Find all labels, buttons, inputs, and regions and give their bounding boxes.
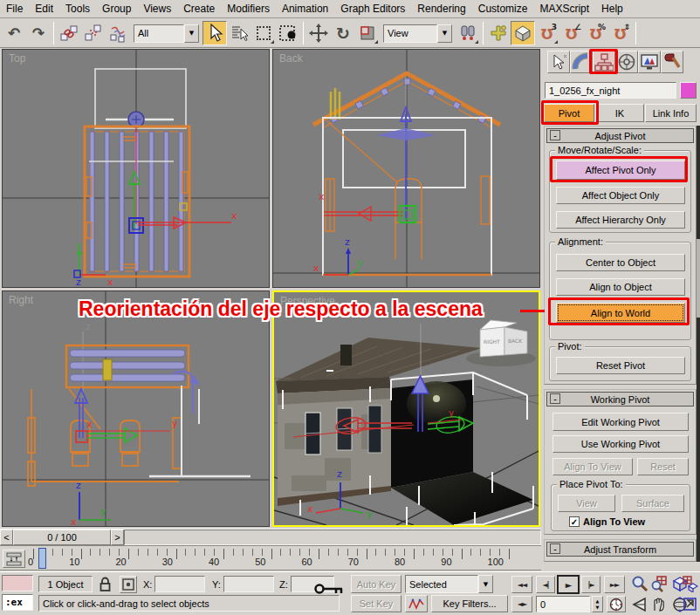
time-slider-thumb[interactable]: 0 / 100 bbox=[13, 530, 111, 545]
go-to-start-button[interactable]: ◄◄ bbox=[511, 576, 532, 593]
current-frame-field[interactable]: 0 bbox=[536, 596, 590, 612]
key-filters-button[interactable]: Key Filters... bbox=[431, 595, 508, 612]
link-info-tab[interactable]: Link Info bbox=[645, 104, 697, 122]
previous-frame-button[interactable]: ◄| bbox=[536, 576, 555, 593]
play-button[interactable]: ► bbox=[557, 575, 580, 594]
snap-toggle-3d-button[interactable]: Ω 3 bbox=[535, 21, 559, 45]
reset-pivot-button[interactable]: Reset Pivot bbox=[556, 357, 685, 374]
menu-item[interactable]: Group bbox=[96, 1, 137, 17]
object-color-swatch[interactable] bbox=[680, 82, 697, 99]
dropdown-arrow-icon[interactable]: ▼ bbox=[437, 24, 452, 43]
menu-item[interactable]: Views bbox=[137, 1, 177, 17]
zoom-extents-all-button[interactable] bbox=[681, 574, 700, 592]
menu-item[interactable]: MAXScript bbox=[533, 1, 595, 17]
y-coordinate-field[interactable] bbox=[223, 576, 274, 592]
align-to-world-button[interactable]: Align to World bbox=[556, 303, 685, 323]
affect-hierarchy-only-button[interactable]: Affect Hierarchy Only bbox=[556, 211, 685, 229]
adjust-pivot-rollout-header[interactable]: - Adjust Pivot bbox=[546, 128, 694, 143]
select-and-scale-button[interactable] bbox=[355, 21, 380, 45]
panel-scrollbar-thumb[interactable] bbox=[697, 239, 700, 318]
auto-key-button[interactable]: Auto Key bbox=[351, 575, 401, 593]
menu-item[interactable]: Create bbox=[177, 1, 221, 17]
use-working-pivot-button[interactable]: Use Working Pivot bbox=[552, 435, 689, 453]
time-slider-next-button[interactable]: > bbox=[111, 530, 124, 545]
working-pivot-rollout-header[interactable]: - Working Pivot bbox=[546, 392, 694, 407]
rectangular-selection-region-button[interactable] bbox=[251, 21, 276, 45]
default-in-out-tangents-button[interactable] bbox=[405, 595, 428, 612]
viewport-top[interactable]: Top bbox=[2, 49, 270, 288]
key-mode-toggle-button[interactable]: ◄► bbox=[511, 596, 532, 612]
menu-item[interactable]: Graph Editors bbox=[334, 1, 411, 17]
time-slider-track[interactable] bbox=[124, 530, 541, 545]
absolute-offset-mode-toggle[interactable] bbox=[120, 576, 137, 593]
tab-display[interactable] bbox=[638, 51, 661, 73]
select-object-button[interactable] bbox=[202, 21, 227, 45]
spinner-down-icon[interactable]: ▼ bbox=[596, 605, 600, 611]
select-and-rotate-button[interactable]: ↻ bbox=[331, 21, 355, 45]
selection-lock-toggle[interactable] bbox=[99, 577, 112, 591]
edit-working-pivot-button[interactable]: Edit Working Pivot bbox=[552, 413, 689, 431]
key-filter-selection-dropdown[interactable]: Selected ▼ bbox=[405, 575, 493, 593]
menu-item[interactable]: Rendering bbox=[411, 1, 471, 17]
menu-item[interactable]: Edit bbox=[29, 1, 59, 17]
pan-view-button[interactable] bbox=[649, 595, 669, 613]
align-to-view-button[interactable]: Align To View bbox=[552, 458, 633, 475]
angle-snap-toggle-button[interactable]: Ω ∠ bbox=[559, 21, 584, 45]
window-crossing-toggle-button[interactable] bbox=[276, 21, 300, 45]
spinner-snap-toggle-button[interactable]: Ω ⇕ bbox=[608, 21, 633, 45]
macro-recorder-box[interactable] bbox=[2, 575, 33, 591]
zoom-button[interactable] bbox=[630, 574, 649, 592]
menu-item[interactable]: File bbox=[0, 1, 29, 17]
x-coordinate-field[interactable] bbox=[154, 576, 205, 592]
use-pivot-point-center-button[interactable] bbox=[456, 21, 480, 45]
percent-snap-toggle-button[interactable]: Ω % bbox=[584, 21, 608, 45]
undo-button[interactable]: ↶ bbox=[2, 21, 26, 45]
tab-hierarchy[interactable] bbox=[593, 51, 615, 73]
viewport-right[interactable]: Right z bbox=[2, 290, 270, 527]
pivot-tab[interactable]: Pivot bbox=[544, 104, 594, 122]
reference-coordinate-dropdown[interactable]: View ▼ bbox=[383, 24, 452, 43]
center-to-object-button[interactable]: Center to Object bbox=[556, 254, 685, 271]
zoom-all-button[interactable] bbox=[649, 574, 669, 592]
affect-object-only-button[interactable]: Affect Object Only bbox=[556, 187, 685, 204]
dropdown-arrow-icon[interactable]: ▼ bbox=[184, 24, 199, 43]
ik-tab[interactable]: IK bbox=[595, 104, 644, 122]
maximize-viewport-toggle-button[interactable] bbox=[681, 595, 700, 613]
snaps-toggle-button[interactable] bbox=[511, 21, 535, 45]
tab-create[interactable] bbox=[547, 51, 570, 73]
menu-item[interactable]: Animation bbox=[276, 1, 334, 17]
place-pivot-view-button[interactable]: View bbox=[558, 495, 615, 512]
align-to-object-button[interactable]: Align to Object bbox=[556, 278, 685, 296]
align-to-view-checkbox[interactable]: ✓ bbox=[569, 516, 580, 527]
viewport-back-label[interactable]: Back bbox=[279, 52, 303, 65]
time-slider-prev-button[interactable]: < bbox=[0, 530, 13, 545]
select-and-link-button[interactable] bbox=[57, 21, 81, 45]
field-of-view-button[interactable] bbox=[630, 595, 649, 613]
viewport-back[interactable]: Back bbox=[272, 49, 540, 288]
set-key-button[interactable]: Set Key bbox=[351, 595, 401, 612]
tab-utilities[interactable] bbox=[661, 51, 683, 73]
tab-modify[interactable] bbox=[570, 51, 593, 73]
select-and-manipulate-button[interactable] bbox=[486, 21, 511, 45]
menu-item[interactable]: Modifiers bbox=[221, 1, 276, 17]
panel-scrollbar[interactable] bbox=[697, 126, 700, 562]
collapse-icon[interactable]: - bbox=[550, 393, 560, 404]
open-mini-curve-editor-button[interactable] bbox=[3, 550, 25, 568]
select-by-name-button[interactable] bbox=[227, 21, 251, 45]
collapse-icon[interactable]: - bbox=[550, 130, 560, 140]
go-to-end-button[interactable]: ►► bbox=[604, 576, 625, 593]
menu-item[interactable]: Help bbox=[595, 1, 629, 17]
menu-item[interactable]: Tools bbox=[59, 1, 96, 17]
adjust-transform-rollout-header[interactable]: - Adjust Transform bbox=[546, 542, 694, 557]
spinner-up-icon[interactable]: ▲ bbox=[596, 598, 600, 605]
place-pivot-surface-button[interactable]: Surface bbox=[621, 495, 684, 512]
collapse-icon[interactable]: - bbox=[550, 543, 560, 554]
object-name-field[interactable]: 1_0256_fx_night bbox=[545, 82, 676, 99]
viewport-perspective[interactable]: Perspective bbox=[272, 290, 540, 527]
affect-pivot-only-button[interactable]: Affect Pivot Only bbox=[556, 161, 685, 180]
redo-button[interactable]: ↷ bbox=[26, 21, 51, 45]
menu-item[interactable]: Customize bbox=[472, 1, 534, 17]
unlink-selection-button[interactable] bbox=[81, 21, 106, 45]
bind-to-space-warp-button[interactable] bbox=[106, 21, 130, 45]
reset-working-pivot-button[interactable]: Reset bbox=[637, 458, 689, 475]
